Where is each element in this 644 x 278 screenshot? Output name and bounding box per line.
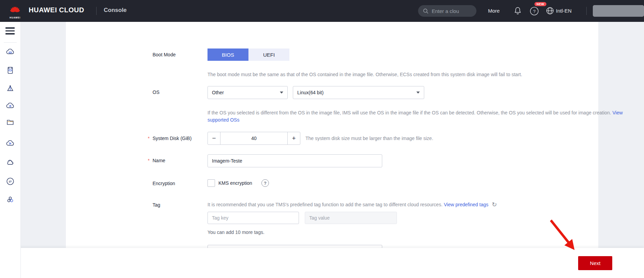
chevron-down-icon: [416, 92, 420, 94]
os-label-row: OS: [148, 89, 159, 95]
required-marker: *: [148, 158, 153, 163]
system-disk-stepper: − 40 +: [207, 132, 300, 145]
disk-plus-button[interactable]: +: [288, 132, 300, 144]
tag-note-row: It is recommended that you use TMS's pre…: [207, 201, 497, 208]
encryption-label-row: Encryption: [148, 181, 175, 186]
cluster-icon: [6, 195, 15, 204]
system-disk-label: System Disk (GiB): [153, 136, 191, 141]
boot-mode-label-row: Boot Mode: [148, 52, 176, 57]
os-note: If the OS you selected is different from…: [207, 109, 640, 124]
svg-text:?: ?: [533, 9, 535, 14]
new-badge: NEW: [534, 2, 546, 6]
account-avatar[interactable]: [593, 5, 644, 17]
top-header: HUAWEI HUAWEI CLOUD Console Enter a clou…: [0, 0, 644, 22]
kms-encryption-checkbox-label: KMS encryption: [218, 180, 252, 186]
tag-value-input[interactable]: [305, 212, 397, 224]
encryption-help-icon[interactable]: ?: [261, 179, 269, 187]
brand-title: HUAWEI CLOUD: [29, 6, 84, 14]
tag-label: Tag: [153, 202, 160, 208]
search-icon: [423, 8, 429, 14]
sidebar-item-cloud-server[interactable]: [6, 47, 15, 56]
clouds-icon: [6, 158, 15, 167]
locale-switcher[interactable]: Intl-EN: [546, 7, 572, 15]
globe-icon: [546, 7, 554, 15]
logo-caption: HUAWEI: [8, 16, 23, 19]
os-platform-value: Other: [212, 90, 224, 95]
sidebar-item-prism[interactable]: [6, 84, 15, 93]
name-label-row: * Name: [148, 158, 165, 163]
create-image-form: Boot Mode BIOS UEFI The boot mode must b…: [66, 22, 598, 248]
tag-label-row: Tag: [148, 202, 160, 208]
sidebar-item-ip[interactable]: IP: [6, 177, 15, 186]
name-input[interactable]: [207, 154, 382, 167]
encryption-label: Encryption: [153, 181, 175, 186]
os-label: OS: [153, 89, 159, 95]
image-file-icon: [6, 66, 15, 75]
sidebar-item-folder[interactable]: [6, 118, 15, 127]
help-icon[interactable]: ?: [530, 6, 539, 17]
cloud-transfer-icon: [6, 139, 15, 148]
more-menu[interactable]: More: [488, 8, 500, 14]
bottom-action-bar: Next: [0, 248, 644, 278]
left-sidebar: IP: [0, 22, 21, 278]
tag-limit-note: You can add 10 more tags.: [207, 230, 264, 235]
disk-size-value[interactable]: 40: [220, 132, 288, 144]
os-version-value: Linux(64 bit): [297, 90, 324, 95]
required-marker: *: [148, 136, 153, 141]
name-label: Name: [153, 158, 165, 163]
view-predefined-tags-link[interactable]: View predefined tags: [444, 202, 488, 207]
sidebar-divider: [4, 42, 17, 43]
folder-icon: [6, 118, 15, 127]
notifications-bell-icon[interactable]: [513, 6, 522, 16]
os-platform-select[interactable]: Other: [207, 86, 288, 99]
tag-key-input[interactable]: [207, 212, 299, 224]
sidebar-item-image-file[interactable]: [6, 66, 15, 75]
tag-note: It is recommended that you use TMS's pre…: [207, 202, 488, 207]
sidebar-item-cloud-upload[interactable]: [6, 101, 15, 110]
global-search-input[interactable]: Enter a clou: [418, 5, 476, 17]
cloud-server-icon: [6, 47, 15, 56]
sidebar-item-cluster[interactable]: [6, 195, 15, 204]
cloud-upload-icon: [6, 101, 15, 110]
search-placeholder: Enter a clou: [432, 8, 459, 14]
header-divider: [96, 7, 97, 15]
boot-mode-uefi-button[interactable]: UEFI: [248, 48, 289, 61]
header-divider-2: [586, 7, 587, 15]
next-button[interactable]: Next: [578, 256, 612, 270]
disk-minus-button[interactable]: −: [208, 132, 220, 144]
refresh-icon[interactable]: ↻: [492, 201, 497, 208]
os-note-text: If the OS you selected is different from…: [207, 110, 612, 115]
console-link[interactable]: Console: [104, 7, 127, 14]
boot-mode-bios-button[interactable]: BIOS: [207, 48, 248, 61]
svg-text:IP: IP: [9, 180, 12, 183]
boot-mode-label: Boot Mode: [153, 52, 176, 57]
system-disk-label-row: * System Disk (GiB): [148, 136, 191, 141]
huawei-logo-icon[interactable]: HUAWEI: [8, 2, 23, 20]
system-disk-note: The system disk size must be larger than…: [305, 135, 433, 142]
hamburger-menu-icon[interactable]: [5, 27, 15, 36]
ip-icon: IP: [6, 177, 15, 186]
locale-label: Intl-EN: [556, 8, 572, 14]
sidebar-item-cloud-transfer[interactable]: [6, 139, 15, 148]
sidebar-item-clouds[interactable]: [6, 158, 15, 167]
boot-mode-note: The boot mode must be the same as that o…: [207, 71, 644, 78]
prism-icon: [6, 84, 15, 93]
chevron-down-icon: [280, 92, 283, 94]
kms-encryption-checkbox[interactable]: [207, 179, 215, 187]
os-version-select[interactable]: Linux(64 bit): [293, 86, 424, 99]
